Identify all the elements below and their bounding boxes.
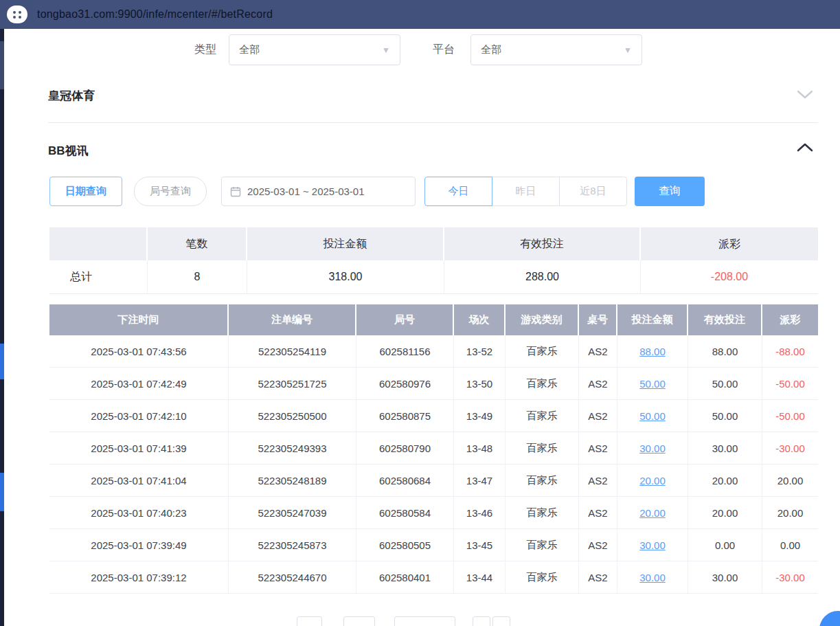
bet-amount-link[interactable]: 30.00 bbox=[639, 572, 666, 583]
summary-table: 笔数 投注金额 有效投注 派彩 总计 8 318.00 288.00 -208.… bbox=[49, 227, 818, 294]
session-cell: 13-48 bbox=[454, 432, 506, 464]
pagination-jump-button[interactable] bbox=[492, 616, 510, 626]
header-session: 场次 bbox=[454, 304, 506, 335]
browser-url-bar: tongbao31.com:9900/infe/mcenter/#/betRec… bbox=[0, 0, 840, 29]
date-query-tab[interactable]: 日期查询 bbox=[49, 177, 122, 206]
type-filter-value: 全部 bbox=[239, 43, 260, 56]
bet-no-cell: 522305247039 bbox=[229, 497, 356, 528]
summary-total-bet-amount: 318.00 bbox=[247, 260, 444, 293]
table-row: 2025-03-01 07:42:10 522305250500 6025808… bbox=[49, 400, 818, 432]
table-no-cell: AS2 bbox=[579, 497, 617, 528]
game-type-cell: 百家乐 bbox=[506, 529, 579, 561]
round-no-cell: 602580976 bbox=[356, 368, 454, 399]
payout-cell: -30.00 bbox=[762, 561, 818, 593]
bet-amount-link[interactable]: 30.00 bbox=[639, 443, 666, 454]
summary-header-payout: 派彩 bbox=[641, 227, 818, 260]
header-valid-bet: 有效投注 bbox=[688, 304, 762, 335]
date-range-value: 2025-03-01 ~ 2025-03-01 bbox=[247, 186, 365, 197]
header-payout: 派彩 bbox=[762, 304, 818, 335]
table-row: 2025-03-01 07:41:04 522305248189 6025806… bbox=[49, 465, 818, 497]
round-no-cell: 602580505 bbox=[356, 529, 454, 561]
round-no-cell: 602580790 bbox=[356, 432, 454, 464]
site-info-button[interactable] bbox=[7, 5, 27, 23]
today-button[interactable]: 今日 bbox=[424, 177, 492, 206]
yesterday-button[interactable]: 昨日 bbox=[492, 177, 560, 206]
bet-records-table: 下注时间 注单编号 局号 场次 游戏类别 桌号 投注金额 有效投注 派彩 202… bbox=[49, 304, 818, 594]
last-8-days-button[interactable]: 近8日 bbox=[559, 177, 627, 206]
summary-total-valid-bet: 288.00 bbox=[444, 260, 641, 293]
floating-service-button[interactable] bbox=[819, 611, 840, 626]
game-type-cell: 百家乐 bbox=[506, 400, 579, 432]
round-no-cell: 602580875 bbox=[356, 400, 454, 432]
summary-header-bet-amount: 投注金额 bbox=[247, 227, 444, 260]
header-table-no: 桌号 bbox=[579, 304, 617, 335]
bet-no-cell: 522305254119 bbox=[229, 335, 356, 367]
chevron-down-icon: ▼ bbox=[624, 45, 632, 55]
session-cell: 13-44 bbox=[454, 561, 506, 593]
pagination-next-button[interactable] bbox=[473, 616, 490, 626]
bet-no-cell: 522305245873 bbox=[229, 529, 356, 561]
search-button[interactable]: 查询 bbox=[635, 177, 705, 206]
chevron-down-icon[interactable] bbox=[795, 88, 815, 100]
bet-no-cell: 522305251725 bbox=[229, 368, 356, 399]
bet-amount-link[interactable]: 50.00 bbox=[639, 410, 666, 422]
session-cell: 13-47 bbox=[454, 465, 506, 496]
bet-time-cell: 2025-03-01 07:42:49 bbox=[49, 368, 229, 399]
platform-filter-value: 全部 bbox=[481, 43, 501, 56]
platform-filter-select[interactable]: 全部 ▼ bbox=[470, 34, 642, 65]
payout-cell: -50.00 bbox=[762, 400, 818, 432]
summary-header-count: 笔数 bbox=[148, 227, 247, 260]
section-crown-sports: 皇冠体育 bbox=[48, 88, 95, 104]
summary-total-label: 总计 bbox=[49, 260, 148, 293]
table-no-cell: AS2 bbox=[579, 529, 617, 561]
session-cell: 13-45 bbox=[454, 529, 506, 561]
valid-bet-cell: 50.00 bbox=[688, 400, 762, 432]
payout-cell: 0.00 bbox=[762, 529, 818, 561]
valid-bet-cell: 30.00 bbox=[688, 561, 762, 593]
table-no-cell: AS2 bbox=[579, 400, 617, 432]
bet-amount-link[interactable]: 50.00 bbox=[639, 378, 666, 390]
round-query-tab[interactable]: 局号查询 bbox=[134, 177, 207, 206]
game-type-cell: 百家乐 bbox=[506, 497, 579, 528]
round-no-cell: 602581156 bbox=[356, 335, 454, 367]
pagination-prev-button[interactable] bbox=[297, 616, 322, 626]
pagination-size-select[interactable] bbox=[394, 616, 455, 626]
calendar-icon bbox=[230, 186, 241, 197]
valid-bet-cell: 20.00 bbox=[688, 497, 762, 528]
chevron-down-icon: ▼ bbox=[382, 45, 390, 55]
address-url[interactable]: tongbao31.com:9900/infe/mcenter/#/betRec… bbox=[37, 8, 273, 21]
game-type-cell: 百家乐 bbox=[506, 335, 579, 367]
header-bet-no: 注单编号 bbox=[229, 304, 356, 335]
bet-time-cell: 2025-03-01 07:39:12 bbox=[49, 561, 229, 593]
chevron-up-icon[interactable] bbox=[795, 142, 815, 154]
table-row: 2025-03-01 07:41:39 522305249393 6025807… bbox=[49, 432, 818, 465]
pagination-page-button[interactable] bbox=[343, 616, 375, 626]
table-row: 2025-03-01 07:39:49 522305245873 6025805… bbox=[49, 529, 818, 561]
bet-time-cell: 2025-03-01 07:41:39 bbox=[49, 432, 229, 464]
game-type-cell: 百家乐 bbox=[506, 561, 579, 593]
table-no-cell: AS2 bbox=[579, 335, 617, 367]
bet-amount-link[interactable]: 88.00 bbox=[639, 346, 666, 357]
bet-time-cell: 2025-03-01 07:40:23 bbox=[49, 497, 229, 528]
bet-time-cell: 2025-03-01 07:39:49 bbox=[49, 529, 229, 561]
site-settings-icon bbox=[13, 11, 22, 19]
table-no-cell: AS2 bbox=[579, 561, 617, 593]
game-type-cell: 百家乐 bbox=[506, 432, 579, 464]
bet-amount-link[interactable]: 20.00 bbox=[639, 475, 666, 487]
section-divider bbox=[48, 122, 818, 123]
table-no-cell: AS2 bbox=[579, 465, 617, 496]
type-filter-label: 类型 bbox=[194, 43, 216, 57]
date-range-picker[interactable]: 2025-03-01 ~ 2025-03-01 bbox=[221, 177, 416, 206]
header-game-type: 游戏类别 bbox=[506, 304, 579, 335]
bet-time-cell: 2025-03-01 07:42:10 bbox=[49, 400, 229, 432]
valid-bet-cell: 50.00 bbox=[688, 368, 762, 399]
session-cell: 13-50 bbox=[454, 368, 506, 399]
bet-amount-link[interactable]: 20.00 bbox=[639, 507, 666, 519]
header-bet-time: 下注时间 bbox=[49, 304, 229, 335]
table-row: 2025-03-01 07:43:56 522305254119 6025811… bbox=[49, 335, 818, 368]
round-no-cell: 602580584 bbox=[356, 497, 454, 528]
round-no-cell: 602580401 bbox=[356, 561, 454, 593]
table-row: 2025-03-01 07:42:49 522305251725 6025809… bbox=[49, 368, 818, 400]
type-filter-select[interactable]: 全部 ▼ bbox=[229, 34, 400, 65]
bet-amount-link[interactable]: 30.00 bbox=[639, 539, 666, 551]
